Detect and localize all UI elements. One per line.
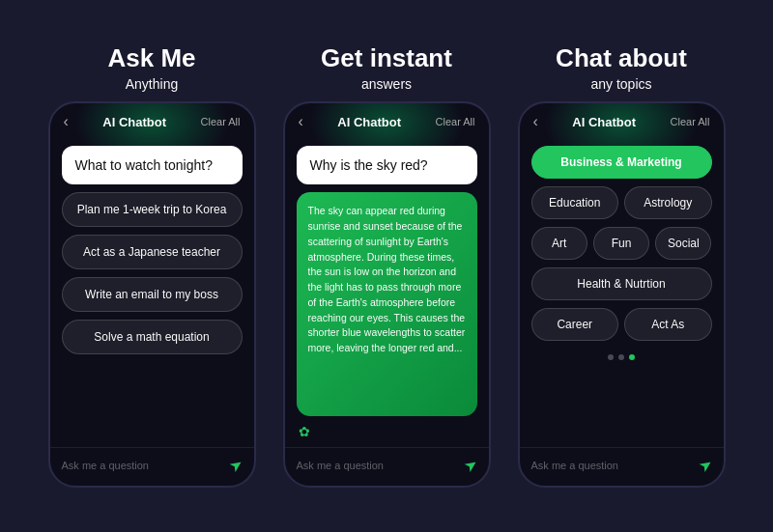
topic-row-2: Education Astrology (531, 186, 712, 219)
screens-container: Ask Me Anything ‹ AI Chatbot Clear All W… (30, 35, 744, 498)
clear-button-3[interactable]: Clear All (671, 116, 710, 127)
phone-1-bottom: Ask me a question ➤ (50, 447, 254, 486)
screen-1-subtitle: Anything (126, 76, 178, 92)
screen-2-subtitle: answers (361, 76, 412, 92)
topic-row-4: Health & Nutrtion (531, 267, 712, 300)
phone-1: ‹ AI Chatbot Clear All What to watch ton… (48, 101, 256, 488)
bot-icon-2: ✿ (299, 424, 310, 439)
topic-row-5: Career Act As (531, 308, 712, 341)
phone-2-topbar: ‹ AI Chatbot Clear All (285, 103, 489, 138)
topic-art[interactable]: Art (531, 227, 587, 260)
topic-social[interactable]: Social (655, 227, 711, 260)
phone-1-topbar: ‹ AI Chatbot Clear All (50, 103, 254, 138)
topic-row-3: Art Fun Social (531, 227, 712, 260)
bottom-placeholder-2: Ask me a question (297, 460, 385, 471)
screen-3-subtitle: any topics (590, 76, 651, 92)
screen-1-wrapper: Ask Me Anything ‹ AI Chatbot Clear All W… (40, 44, 265, 489)
bottom-placeholder-3: Ask me a question (531, 460, 619, 471)
clear-button-1[interactable]: Clear All (201, 116, 241, 127)
screen-2-wrapper: Get instant answers ‹ AI Chatbot Clear A… (274, 44, 500, 489)
clear-button-2[interactable]: Clear All (436, 116, 475, 127)
screen-2-title: Get instant (321, 44, 452, 73)
dots-indicator (531, 354, 712, 360)
suggestion-4[interactable]: Solve a math equation (62, 320, 243, 354)
chatbot-title-2: AI Chatbot (337, 115, 401, 129)
chat-input-2[interactable]: Why is the sky red? (297, 146, 477, 184)
topic-row-1: Business & Marketing (531, 146, 712, 179)
topic-business-marketing[interactable]: Business & Marketing (531, 146, 712, 179)
send-icon-1[interactable]: ➤ (225, 454, 246, 476)
dot-3 (629, 354, 635, 360)
dot-2 (618, 354, 624, 360)
back-button-1[interactable]: ‹ (64, 113, 69, 130)
phone-3-topbar: ‹ AI Chatbot Clear All (520, 103, 724, 138)
topic-fun[interactable]: Fun (593, 227, 649, 260)
screen-3-wrapper: Chat about any topics ‹ AI Chatbot Clear… (509, 44, 734, 489)
topic-act-as[interactable]: Act As (624, 308, 712, 341)
phone-2-bottom: Ask me a question ➤ (285, 447, 489, 486)
phone-1-content: What to watch tonight? Plan me 1-week tr… (50, 138, 254, 447)
phone-2: ‹ AI Chatbot Clear All Why is the sky re… (283, 101, 491, 488)
chat-response-2: The sky can appear red during sunrise an… (297, 192, 477, 416)
phone-2-content: Why is the sky red? The sky can appear r… (285, 138, 489, 447)
back-button-3[interactable]: ‹ (533, 113, 538, 130)
chat-input-1[interactable]: What to watch tonight? (62, 146, 243, 184)
chatbot-title-3: AI Chatbot (572, 115, 636, 129)
suggestion-3[interactable]: Write an email to my boss (62, 277, 243, 312)
bottom-placeholder-1: Ask me a question (62, 460, 150, 471)
phone-3-content: Business & Marketing Education Astrology… (520, 138, 724, 447)
chatbot-title-1: AI Chatbot (102, 115, 166, 129)
suggestion-2[interactable]: Act as a Japanese teacher (62, 235, 243, 269)
topic-education[interactable]: Education (531, 186, 619, 219)
screen-3-title: Chat about (556, 44, 687, 73)
send-icon-3[interactable]: ➤ (695, 454, 716, 476)
dot-1 (608, 354, 614, 360)
send-icon-2[interactable]: ➤ (460, 454, 481, 476)
topic-astrology[interactable]: Astrology (624, 186, 712, 219)
phone-3: ‹ AI Chatbot Clear All Business & Market… (518, 101, 726, 488)
topic-career[interactable]: Career (531, 308, 619, 341)
screen-1-title: Ask Me (107, 44, 195, 73)
topic-health[interactable]: Health & Nutrtion (531, 267, 712, 300)
back-button-2[interactable]: ‹ (299, 113, 303, 130)
suggestion-1[interactable]: Plan me 1-week trip to Korea (62, 192, 243, 227)
phone-3-bottom: Ask me a question ➤ (520, 447, 724, 486)
